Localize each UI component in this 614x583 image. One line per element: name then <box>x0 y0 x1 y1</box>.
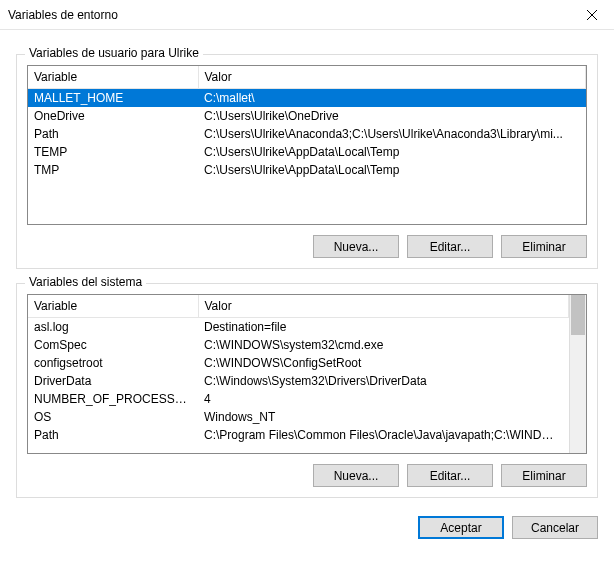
user-vars-group: Variables de usuario para Ulrike Variabl… <box>16 54 598 269</box>
system-cell-value: Windows_NT <box>198 408 569 426</box>
system-row[interactable]: DriverDataC:\Windows\System32\Drivers\Dr… <box>28 372 569 390</box>
titlebar: Variables de entorno <box>0 0 614 30</box>
user-row[interactable]: TMPC:\Users\Ulrike\AppData\Local\Temp <box>28 161 586 179</box>
user-cell-value: C:\Users\Ulrike\AppData\Local\Temp <box>198 161 586 179</box>
system-cell-variable: Path <box>28 426 198 444</box>
user-vars-table[interactable]: Variable Valor MALLET_HOMEC:\mallet\OneD… <box>28 66 586 179</box>
system-row[interactable]: PathC:\Program Files\Common Files\Oracle… <box>28 426 569 444</box>
ok-button[interactable]: Aceptar <box>418 516 504 539</box>
system-cell-variable: configsetroot <box>28 354 198 372</box>
system-delete-button[interactable]: Eliminar <box>501 464 587 487</box>
system-header-variable[interactable]: Variable <box>28 295 198 318</box>
system-cell-variable: DriverData <box>28 372 198 390</box>
system-vars-buttons: Nueva... Editar... Eliminar <box>27 464 587 487</box>
system-cell-variable: ComSpec <box>28 336 198 354</box>
system-cell-value: C:\Program Files\Common Files\Oracle\Jav… <box>198 426 569 444</box>
user-new-button[interactable]: Nueva... <box>313 235 399 258</box>
system-row[interactable]: NUMBER_OF_PROCESSORS4 <box>28 390 569 408</box>
system-cell-value: C:\WINDOWS\ConfigSetRoot <box>198 354 569 372</box>
user-header-variable[interactable]: Variable <box>28 66 198 89</box>
content-area: Variables de usuario para Ulrike Variabl… <box>0 30 614 551</box>
user-vars-buttons: Nueva... Editar... Eliminar <box>27 235 587 258</box>
user-row[interactable]: PathC:\Users\Ulrike\Anaconda3;C:\Users\U… <box>28 125 586 143</box>
system-header-value[interactable]: Valor <box>198 295 569 318</box>
scrollbar-thumb[interactable] <box>571 295 585 335</box>
system-cell-variable: NUMBER_OF_PROCESSORS <box>28 390 198 408</box>
user-cell-variable: MALLET_HOME <box>28 89 198 108</box>
system-vars-table-container: Variable Valor asl.logDestination=fileCo… <box>27 294 587 454</box>
user-delete-button[interactable]: Eliminar <box>501 235 587 258</box>
user-cell-value: C:\Users\Ulrike\Anaconda3;C:\Users\Ulrik… <box>198 125 586 143</box>
system-cell-variable: OS <box>28 408 198 426</box>
system-cell-value: 4 <box>198 390 569 408</box>
user-cell-variable: TEMP <box>28 143 198 161</box>
user-cell-variable: Path <box>28 125 198 143</box>
system-row[interactable]: OSWindows_NT <box>28 408 569 426</box>
system-vars-table[interactable]: Variable Valor asl.logDestination=fileCo… <box>28 295 569 444</box>
system-cell-value: C:\Windows\System32\Drivers\DriverData <box>198 372 569 390</box>
cancel-button[interactable]: Cancelar <box>512 516 598 539</box>
system-row[interactable]: asl.logDestination=file <box>28 318 569 337</box>
user-edit-button[interactable]: Editar... <box>407 235 493 258</box>
user-cell-value: C:\mallet\ <box>198 89 586 108</box>
user-vars-label: Variables de usuario para Ulrike <box>25 46 203 60</box>
system-cell-value: Destination=file <box>198 318 569 337</box>
system-row[interactable]: ComSpecC:\WINDOWS\system32\cmd.exe <box>28 336 569 354</box>
user-cell-value: C:\Users\Ulrike\AppData\Local\Temp <box>198 143 586 161</box>
user-row[interactable]: OneDriveC:\Users\Ulrike\OneDrive <box>28 107 586 125</box>
close-icon <box>587 10 597 20</box>
window-title: Variables de entorno <box>8 8 118 22</box>
user-vars-table-container: Variable Valor MALLET_HOMEC:\mallet\OneD… <box>27 65 587 225</box>
user-row[interactable]: MALLET_HOMEC:\mallet\ <box>28 89 586 108</box>
user-cell-variable: TMP <box>28 161 198 179</box>
system-cell-variable: asl.log <box>28 318 198 337</box>
system-new-button[interactable]: Nueva... <box>313 464 399 487</box>
user-header-value[interactable]: Valor <box>198 66 586 89</box>
close-button[interactable] <box>569 0 614 30</box>
system-cell-value: C:\WINDOWS\system32\cmd.exe <box>198 336 569 354</box>
dialog-buttons: Aceptar Cancelar <box>16 516 598 539</box>
user-cell-variable: OneDrive <box>28 107 198 125</box>
system-row[interactable]: configsetrootC:\WINDOWS\ConfigSetRoot <box>28 354 569 372</box>
system-vars-group: Variables del sistema Variable Valor asl… <box>16 283 598 498</box>
user-row[interactable]: TEMPC:\Users\Ulrike\AppData\Local\Temp <box>28 143 586 161</box>
system-edit-button[interactable]: Editar... <box>407 464 493 487</box>
system-scrollbar[interactable] <box>569 295 586 453</box>
system-vars-label: Variables del sistema <box>25 275 146 289</box>
user-cell-value: C:\Users\Ulrike\OneDrive <box>198 107 586 125</box>
